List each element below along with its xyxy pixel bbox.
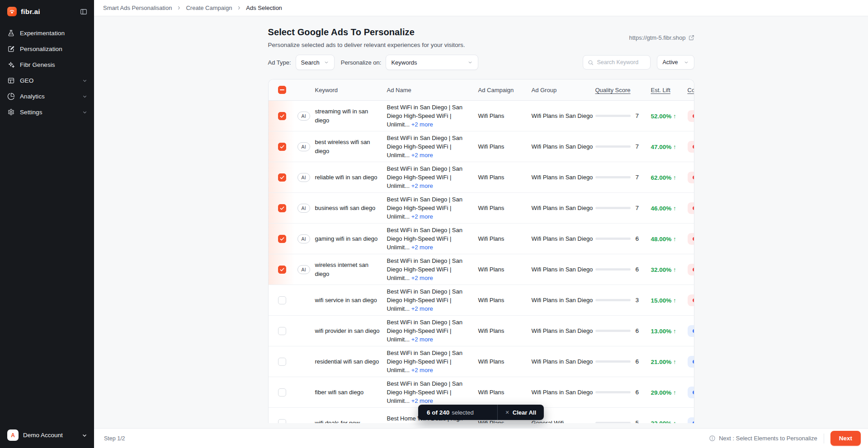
keyword-text: fiber wifi san diego <box>315 389 364 396</box>
quality-score-bar <box>595 145 631 148</box>
ad-group-text: Wifi Plans in San Diego <box>532 235 593 242</box>
ai-badge: AI <box>297 173 311 182</box>
col-header-est-lift[interactable]: Est. Lift <box>651 87 670 93</box>
sidebar-toggle-icon[interactable] <box>80 8 88 16</box>
chevron-right-icon <box>176 5 182 11</box>
sidebar-item-settings[interactable]: Settings <box>7 104 88 120</box>
quality-score-bar <box>595 391 631 393</box>
ad-type-select[interactable]: Search <box>296 55 335 70</box>
row-checkbox[interactable] <box>278 112 286 120</box>
quality-score-bar <box>595 238 631 240</box>
table-row[interactable]: AI fiber wifi san diego Best WiFi in San… <box>269 377 694 408</box>
more-link[interactable]: +2 more <box>411 275 433 281</box>
status-filter-select[interactable]: Active <box>657 55 694 70</box>
col-header-ad-name: Ad Name <box>387 87 478 93</box>
sidebar-item-personalization[interactable]: Personalization <box>7 41 88 57</box>
more-link[interactable]: +2 more <box>411 213 433 220</box>
row-checkbox[interactable] <box>278 419 286 424</box>
breadcrumb-item[interactable]: Smart Ads Personalisation <box>103 5 172 11</box>
table-row[interactable]: AI business wifi san diego Best WiFi in … <box>269 193 694 224</box>
account-avatar: A <box>7 429 19 441</box>
row-checkbox[interactable] <box>278 388 286 397</box>
table-row[interactable]: AI wifi service in san diego Best WiFi i… <box>269 285 694 316</box>
row-checkbox[interactable] <box>278 235 286 243</box>
sidebar-item-geo[interactable]: GEO <box>7 73 88 89</box>
personalize-on-select[interactable]: Keywords <box>386 55 478 70</box>
col-header-keyword: Keyword <box>315 87 387 93</box>
table-row[interactable]: AI best wireless wifi san diego Best WiF… <box>269 131 694 162</box>
quality-score-value: 6 <box>636 389 639 396</box>
page-title: Select Google Ads To Personalize <box>268 27 465 37</box>
campaign-text: Wifi Plans <box>478 389 505 396</box>
more-link[interactable]: +2 more <box>411 152 433 159</box>
chevron-down-icon <box>82 93 88 99</box>
col-header-quality-score[interactable]: Quality Score <box>595 87 631 93</box>
row-checkbox[interactable] <box>278 327 286 335</box>
ai-badge: AI <box>297 204 311 213</box>
sparkles-icon <box>7 61 15 69</box>
square-pen-icon <box>7 45 15 53</box>
footer-bar: Step 1/2 Next : Select Elements to Perso… <box>94 428 868 448</box>
search-input[interactable] <box>597 59 646 65</box>
category-dot-icon <box>693 391 694 394</box>
sidebar-item-analytics[interactable]: Analytics <box>7 89 88 104</box>
row-checkbox[interactable] <box>278 204 286 212</box>
est-lift-value: 46.00% <box>651 205 672 212</box>
more-link[interactable]: +2 more <box>411 244 433 251</box>
campaign-text: Wifi Plans <box>478 143 505 150</box>
keyword-search-box <box>583 55 651 70</box>
est-lift-value: 32.00% <box>651 266 672 273</box>
lift-up-arrow-icon: ↑ <box>671 297 676 304</box>
table-row[interactable]: AI wireless internet san diego Best WiFi… <box>269 254 694 285</box>
sidebar-item-fibr-genesis[interactable]: Fibr Genesis <box>7 57 88 73</box>
check-icon <box>279 205 285 211</box>
more-link[interactable]: +2 more <box>411 182 433 189</box>
sidebar: fibr.ai Experimentation Personalization … <box>0 0 94 448</box>
table-row[interactable]: AI wifi provider in san diego Best WiFi … <box>269 316 694 346</box>
clear-all-button[interactable]: ✕ Clear All <box>498 405 544 420</box>
category-dot-icon <box>693 360 694 364</box>
table-row[interactable]: AI gaming wifi in san diego Best WiFi in… <box>269 224 694 254</box>
search-icon <box>588 60 594 65</box>
row-checkbox[interactable] <box>278 173 286 182</box>
status-filter-value: Active <box>662 59 678 65</box>
more-link[interactable]: +2 more <box>411 367 433 373</box>
next-button[interactable]: Next <box>830 431 861 446</box>
quality-score-bar <box>595 176 631 178</box>
ad-group-text: Wifi Plans in San Diego <box>532 112 593 119</box>
quality-score-value: 7 <box>636 112 639 119</box>
lift-up-arrow-icon: ↑ <box>671 420 676 424</box>
category-badge <box>688 202 694 214</box>
row-checkbox[interactable] <box>278 266 286 274</box>
chevron-down-icon <box>684 60 689 65</box>
sidebar-item-label: Fibr Genesis <box>20 61 88 68</box>
sidebar-item-experimentation[interactable]: Experimentation <box>7 25 88 41</box>
table-row[interactable]: AI residential wifi san diego Best WiFi … <box>269 346 694 377</box>
site-url-link[interactable]: https://gtm-5.fibr.shop <box>629 34 694 41</box>
est-lift-value: 62.00% <box>651 174 672 181</box>
keyword-text: business wifi san diego <box>315 205 376 211</box>
more-link[interactable]: +2 more <box>411 121 433 128</box>
main-area: Smart Ads Personalisation Create Campaig… <box>94 0 868 448</box>
select-all-checkbox[interactable] <box>278 86 286 94</box>
more-link[interactable]: +2 more <box>411 305 433 312</box>
chevron-down-icon <box>82 109 88 115</box>
table-row[interactable]: AI streaming wifi in san diego Best WiFi… <box>269 101 694 131</box>
row-checkbox[interactable] <box>278 143 286 151</box>
more-link[interactable]: +2 more <box>411 397 433 404</box>
account-switcher[interactable]: A Demo Account <box>7 428 88 442</box>
category-dot-icon <box>693 299 694 302</box>
more-link[interactable]: +2 more <box>411 336 433 343</box>
quality-score-value: 6 <box>636 235 639 242</box>
table-row[interactable]: AI reliable wifi in san diego Best WiFi … <box>269 162 694 193</box>
category-dot-icon <box>693 114 694 118</box>
table-body: AI streaming wifi in san diego Best WiFi… <box>269 101 694 423</box>
campaign-text: Wifi Plans <box>478 358 505 365</box>
quality-score-value: 3 <box>636 297 639 303</box>
row-checkbox[interactable] <box>278 296 286 304</box>
ai-badge: AI <box>297 265 311 274</box>
row-checkbox[interactable] <box>278 358 286 366</box>
ad-group-text: Wifi Plans in San Diego <box>532 143 593 150</box>
col-header-con[interactable]: Con <box>688 87 694 93</box>
breadcrumb-item[interactable]: Create Campaign <box>186 5 232 11</box>
